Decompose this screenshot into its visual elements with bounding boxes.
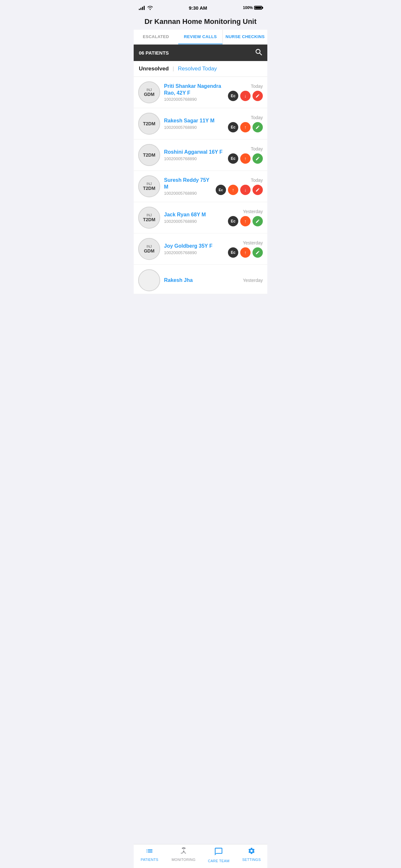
patient-right: Yesterday <box>243 278 263 283</box>
edit-button[interactable] <box>252 247 263 258</box>
patient-right: Today Ec ↑ ↓ <box>216 178 263 195</box>
patient-name: Suresh Reddy 75Y M <box>164 177 212 190</box>
patient-item[interactable]: T2DM Roshini Aggarwal 16Y F 100200057688… <box>134 140 267 171</box>
filter-resolved[interactable]: Resolved Today <box>178 66 217 72</box>
signal-bars-icon <box>139 5 145 10</box>
patient-right: Today Ec ↓ <box>228 84 263 101</box>
status-left <box>139 5 153 10</box>
patient-id: 10020005768890 <box>164 250 224 255</box>
patient-id: 10020005768890 <box>164 97 224 102</box>
patient-date: Today <box>251 146 263 151</box>
patient-date: Yesterday <box>243 209 263 214</box>
arrow-down-button[interactable]: ↓ <box>240 185 251 195</box>
status-right: 100% <box>243 5 262 10</box>
patient-date: Today <box>251 115 263 120</box>
patient-id: 10020005768890 <box>164 219 224 224</box>
edit-button[interactable] <box>252 153 263 164</box>
tabs-container: ESCALATED REVIEW CALLS NURSE CHECKINS <box>134 30 267 44</box>
patient-info: Jack Ryan 68Y M 10020005768890 <box>164 212 224 224</box>
app-title: Dr Kannan Home Monitoring Unit <box>139 18 262 26</box>
patient-date: Today <box>251 84 263 89</box>
avatar: INJ GDM <box>138 82 160 103</box>
arrow-down-button[interactable]: ↓ <box>240 91 251 101</box>
patient-info: Suresh Reddy 75Y M 10020005768890 <box>164 177 212 196</box>
patients-count: 06 PATIENTS <box>139 50 169 56</box>
tab-nurse-checkins[interactable]: NURSE CHECKINS <box>222 30 267 44</box>
patient-name: Rakesh Jha <box>164 277 239 284</box>
status-bar: 9:30 AM 100% <box>134 0 267 14</box>
patient-name: Roshini Aggarwal 16Y F <box>164 149 224 156</box>
tab-escalated[interactable]: ESCALATED <box>134 30 178 44</box>
patient-info: Joy Goldberg 35Y F 10020005768890 <box>164 243 224 255</box>
patient-info: Rakesh Jha <box>164 277 239 284</box>
ec-button[interactable]: Ec <box>228 91 238 101</box>
ec-button[interactable]: Ec <box>228 247 238 258</box>
patient-name: Priti Shankar Nagendra Rao, 42Y F <box>164 83 224 97</box>
tab-review-calls[interactable]: REVIEW CALLS <box>178 30 223 44</box>
arrow-up-button[interactable]: ↑ <box>228 185 238 195</box>
action-icons: Ec ↑ <box>228 153 263 164</box>
patient-item[interactable]: INJ GDM Priti Shankar Nagendra Rao, 42Y … <box>134 77 267 108</box>
battery-icon <box>254 6 262 10</box>
patient-item[interactable]: INJ T2DM Suresh Reddy 75Y M 100200057688… <box>134 171 267 202</box>
battery-percent: 100% <box>243 5 253 10</box>
patient-id: 10020005768890 <box>164 191 212 196</box>
filter-unresolved[interactable]: Unresolved <box>139 66 169 72</box>
patients-bar: 06 PATIENTS <box>134 44 267 61</box>
patient-right: Today Ec ↑ <box>228 146 263 164</box>
ec-button[interactable]: Ec <box>228 122 238 132</box>
patient-right: Yesterday Ec ↑ <box>228 240 263 258</box>
arrow-up-button[interactable]: ↑ <box>240 247 251 258</box>
filter-row: Unresolved | Resolved Today <box>134 61 267 77</box>
avatar: T2DM <box>138 113 160 135</box>
action-icons: Ec ↑ ↓ <box>216 185 263 195</box>
patient-date: Yesterday <box>243 278 263 283</box>
patient-id: 10020005768890 <box>164 125 224 130</box>
app-header: Dr Kannan Home Monitoring Unit <box>134 14 267 30</box>
arrow-up-button[interactable]: ↑ <box>240 216 251 226</box>
patient-id: 10020005768890 <box>164 156 224 161</box>
action-icons: Ec ↑ <box>228 247 263 258</box>
search-icon[interactable] <box>255 49 262 57</box>
ec-button[interactable]: Ec <box>228 216 238 226</box>
patient-date: Yesterday <box>243 240 263 245</box>
arrow-up-button[interactable]: ↑ <box>240 153 251 164</box>
patient-date: Today <box>251 178 263 183</box>
edit-button[interactable] <box>252 185 263 195</box>
patient-name: Rakesh Sagar 11Y M <box>164 118 224 124</box>
patient-info: Roshini Aggarwal 16Y F 10020005768890 <box>164 149 224 161</box>
patient-item[interactable]: T2DM Rakesh Sagar 11Y M 10020005768890 T… <box>134 108 267 140</box>
edit-button[interactable] <box>252 91 263 101</box>
main-content: Unresolved | Resolved Today INJ GDM Prit… <box>134 61 267 320</box>
patient-item[interactable]: INJ GDM Joy Goldberg 35Y F 1002000576889… <box>134 234 267 265</box>
patient-list: INJ GDM Priti Shankar Nagendra Rao, 42Y … <box>134 77 267 294</box>
patient-item[interactable]: Rakesh Jha Yesterday <box>134 265 267 294</box>
avatar: INJ T2DM <box>138 207 160 228</box>
svg-line-1 <box>259 53 261 55</box>
filter-divider: | <box>173 66 174 72</box>
patient-right: Yesterday Ec ↑ <box>228 209 263 226</box>
status-time: 9:30 AM <box>189 5 207 11</box>
patient-info: Priti Shankar Nagendra Rao, 42Y F 100200… <box>164 83 224 102</box>
patient-name: Joy Goldberg 35Y F <box>164 243 224 250</box>
ec-button[interactable]: Ec <box>228 153 238 164</box>
avatar: INJ T2DM <box>138 175 160 197</box>
edit-button[interactable] <box>252 216 263 226</box>
patient-right: Today Ec ↑ <box>228 115 263 132</box>
patient-info: Rakesh Sagar 11Y M 10020005768890 <box>164 118 224 130</box>
wifi-icon <box>147 5 153 10</box>
avatar <box>138 269 160 291</box>
ec-button[interactable]: Ec <box>216 185 226 195</box>
action-icons: Ec ↑ <box>228 216 263 226</box>
patient-item[interactable]: INJ T2DM Jack Ryan 68Y M 10020005768890 … <box>134 202 267 234</box>
arrow-up-button[interactable]: ↑ <box>240 122 251 132</box>
action-icons: Ec ↑ <box>228 122 263 132</box>
action-icons: Ec ↓ <box>228 91 263 101</box>
patient-name: Jack Ryan 68Y M <box>164 212 224 218</box>
edit-button[interactable] <box>252 122 263 132</box>
avatar: T2DM <box>138 144 160 166</box>
avatar: INJ GDM <box>138 238 160 260</box>
